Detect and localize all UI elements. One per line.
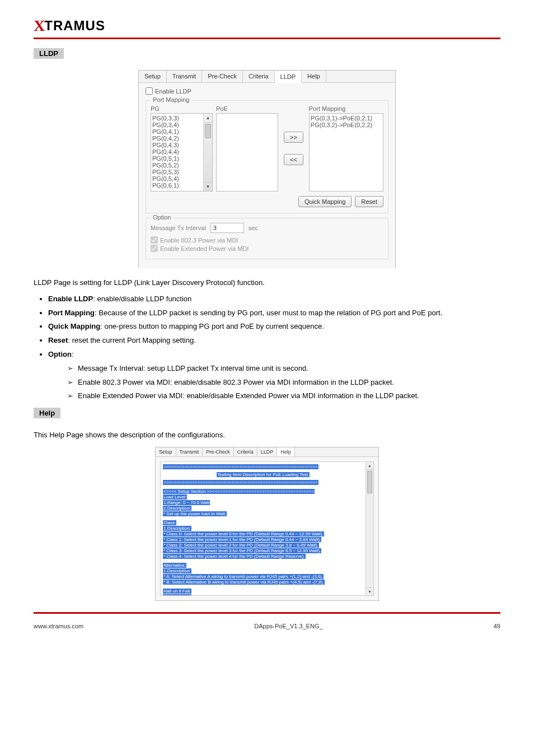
help-line: Halt on if Fail: [163, 589, 191, 594]
tab-setup[interactable]: Setup [156, 447, 176, 456]
msg-tx-interval-input[interactable] [210, 223, 244, 233]
list-item: Reset: reset the current Port Mapping se… [48, 335, 500, 347]
footer-doc: DApps-PoE_V1.3_ENG_ [254, 623, 322, 629]
list-item[interactable]: PG(0,6,1) [152, 182, 202, 189]
lldp-screenshot: Setup Transmit Pre-Check Criteria LLDP H… [138, 70, 396, 268]
scrollbar[interactable]: ▲ ▼ [203, 114, 212, 191]
enable-8023-input[interactable] [151, 236, 158, 244]
help-line: * Set up the power load in Watt. [163, 511, 227, 516]
scroll-thumb[interactable] [367, 471, 372, 493]
list-item[interactable]: PG(0,4,4) [152, 148, 202, 155]
poe-header: PoE [216, 105, 278, 112]
tab-lldp[interactable]: LLDP [275, 71, 302, 83]
scroll-up-icon[interactable]: ▲ [204, 114, 212, 123]
pg-listbox[interactable]: PG(0,3,3) PG(0,3,4) PG(0,4,1) PG(0,4,2) … [151, 113, 213, 192]
help-line: ===<< Setup Section >>==================… [163, 489, 315, 494]
bottom-rule [34, 612, 500, 614]
help-line: * Class 1: Select the power level 1 for … [163, 537, 321, 542]
scroll-down-icon[interactable]: ▼ [204, 182, 212, 191]
enable-extended-label: Enable Extended Power via MDI [160, 245, 249, 252]
scroll-thumb[interactable] [205, 124, 211, 138]
port-mapping-legend: Port Mapping [151, 96, 191, 103]
option-fieldset: Option Message Tx Interval sec Enable 80… [146, 218, 388, 259]
list-item[interactable]: PG(0,5,2) [152, 162, 202, 169]
enable-extended-checkbox[interactable]: Enable Extended Power via MDI [151, 245, 249, 252]
tab-lldp[interactable]: LLDP [257, 447, 278, 456]
quick-mapping-button[interactable]: Quick Mapping [298, 196, 352, 207]
list-item: Enable Extended Power via MDI: enable/di… [67, 390, 500, 402]
enable-8023-label: Enable 802.3 Power via MDI [160, 237, 238, 244]
remove-mapping-button[interactable]: << [284, 154, 303, 165]
section-heading-help: Help [34, 408, 60, 418]
port-mapping-fieldset: Port Mapping PG PG(0,3,3) PG(0,3,4) PG(0… [146, 100, 388, 213]
enable-lldp-label: Enable LLDP [155, 88, 191, 95]
help-line: * Class 2: Select the power level 2 for … [163, 543, 319, 548]
scroll-up-icon[interactable]: ▲ [366, 462, 373, 470]
pg-header: PG [151, 105, 213, 112]
help-title: Testing Item Description for PoE Loading… [217, 472, 310, 477]
help-line: * B: Select Alternative B wiring to tran… [163, 580, 325, 585]
msg-tx-interval-label: Message Tx Interval [151, 225, 206, 231]
help-line: 1.Range: 0 ~ 70.0 Watt [163, 500, 210, 505]
help-line: Class: [163, 520, 176, 525]
lldp-tabs: Setup Transmit Pre-Check Criteria LLDP H… [139, 71, 395, 83]
footer-page: 49 [494, 623, 500, 629]
list-item[interactable]: PG(0,4,2) [152, 135, 202, 142]
brand-logo: XTRAMUS [34, 17, 500, 35]
scrollbar[interactable]: ▲ ▼ [366, 462, 373, 595]
lldp-bullets: Enable LLDP: enable/disable LLDP functio… [48, 293, 500, 402]
list-item[interactable]: PG(0,3,1)->PoE(0,2,1) [311, 115, 373, 122]
enable-extended-input[interactable] [151, 245, 158, 252]
help-textarea[interactable]: ========================================… [160, 461, 374, 596]
logo-x: X [34, 17, 44, 34]
tab-help[interactable]: Help [277, 447, 295, 456]
list-item: Message Tx Interval: setup LLDP packet T… [67, 363, 500, 375]
add-mapping-button[interactable]: >> [284, 132, 303, 143]
poe-listbox[interactable] [216, 113, 278, 192]
list-item[interactable]: PG(0,3,2)->PoE(0,2,2) [311, 122, 373, 128]
reset-button[interactable]: Reset [355, 196, 383, 207]
sec-label: sec [249, 225, 258, 231]
list-item[interactable]: PG(0,5,1) [152, 155, 202, 162]
list-item[interactable]: PG(0,5,3) [152, 169, 202, 175]
tab-transmit[interactable]: Transmit [176, 447, 203, 456]
enable-lldp-input[interactable] [146, 87, 153, 95]
list-item[interactable]: PG(0,3,4) [152, 122, 202, 128]
list-item[interactable]: PG(0,4,3) [152, 142, 202, 148]
page-footer: www.xtramus.com DApps-PoE_V1.3_ENG_ 49 [34, 619, 500, 629]
tab-precheck[interactable]: Pre-Check [203, 447, 234, 456]
help-screenshot: Setup Transmit Pre-Check Criteria LLDP H… [155, 447, 379, 601]
help-line: * Class 4: Select the power level 4 for … [163, 554, 306, 559]
option-legend: Option [151, 214, 173, 221]
list-item: Enable 802.3 Power via MDI: enable/disab… [67, 377, 500, 389]
help-line: 1.Description: [163, 594, 191, 596]
help-line: Load Level: [163, 494, 187, 500]
enable-8023-checkbox[interactable]: Enable 802.3 Power via MDI [151, 236, 238, 244]
tab-help[interactable]: Help [302, 71, 326, 82]
help-line: * Class 0: Select the power level 0 for … [163, 531, 324, 536]
scroll-down-icon[interactable]: ▼ [366, 587, 373, 595]
list-item[interactable]: PG(0,3,3) [152, 115, 202, 122]
tab-criteria[interactable]: Criteria [243, 71, 274, 82]
mapping-listbox[interactable]: PG(0,3,1)->PoE(0,2,1) PG(0,3,2)->PoE(0,2… [309, 113, 383, 192]
logo-text: TRAMUS [44, 18, 105, 33]
help-line: 1.Description: [163, 526, 191, 531]
tab-transmit[interactable]: Transmit [167, 71, 202, 82]
list-item: Port Mapping: Because of the LLDP packet… [48, 307, 500, 319]
mapping-header: Port Mapping [309, 105, 383, 112]
enable-lldp-checkbox[interactable]: Enable LLDP [146, 87, 191, 95]
tab-setup[interactable]: Setup [139, 71, 167, 82]
list-item[interactable]: PG(0,4,1) [152, 128, 202, 135]
list-item[interactable]: PG(0,5,4) [152, 175, 202, 182]
list-item: Quick Mapping: one-press button to mappi… [48, 321, 500, 333]
help-line: 1.Description: [163, 568, 191, 573]
top-rule [34, 38, 500, 39]
tab-precheck[interactable]: Pre-Check [202, 71, 243, 82]
lldp-intro: LLDP Page is setting for LLDP (Link Laye… [34, 277, 500, 289]
section-heading-lldp: LLDP [34, 48, 64, 59]
help-intro: This Help Page shows the description of … [34, 430, 500, 441]
help-line: * A: Select Alternative A wiring to tran… [163, 574, 324, 579]
tab-criteria[interactable]: Criteria [234, 447, 257, 456]
footer-url: www.xtramus.com [34, 623, 83, 629]
list-item: Option: Message Tx Interval: setup LLDP … [48, 349, 500, 402]
